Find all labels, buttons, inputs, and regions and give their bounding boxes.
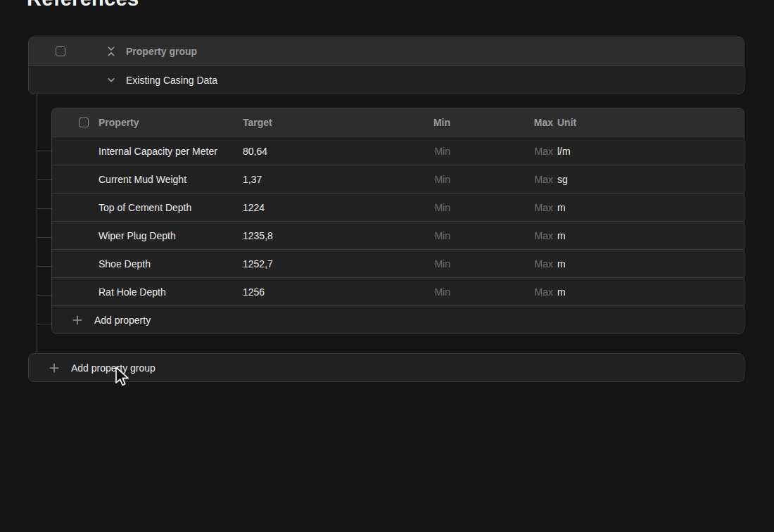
unit-value[interactable]: l/m (557, 146, 571, 157)
unit-value[interactable]: m (557, 202, 566, 213)
property-group-name: Existing Casing Data (126, 75, 217, 86)
min-input[interactable]: Min (362, 286, 450, 298)
unit-value[interactable]: m (557, 286, 566, 298)
property-group-table: Property group Existing Casing Data (28, 37, 744, 94)
table-row: Top of Cement Depth 1224 Min Max m (52, 193, 744, 221)
column-header-target: Target (243, 117, 272, 128)
column-header-unit: Unit (557, 117, 576, 128)
target-value[interactable]: 80,64 (243, 146, 267, 157)
unfold-less-icon[interactable] (106, 46, 117, 57)
properties-table: Property Target Min Max Unit Internal Ca… (51, 108, 744, 334)
target-value[interactable]: 1235,8 (243, 230, 273, 241)
select-all-groups-checkbox[interactable] (56, 46, 65, 56)
table-row: Current Mud Weight 1,37 Min Max sg (52, 165, 744, 193)
min-input[interactable]: Min (362, 146, 450, 157)
unit-value[interactable]: m (557, 230, 566, 241)
tree-connector-tick (37, 208, 51, 209)
min-input[interactable]: Min (362, 258, 450, 270)
unit-value[interactable]: sg (557, 174, 568, 185)
page-title: References (27, 0, 139, 11)
max-input[interactable]: Max (467, 174, 553, 185)
property-name: Shoe Depth (99, 258, 151, 270)
table-row: Shoe Depth 1252,7 Min Max m (52, 249, 744, 277)
column-header-min: Min (362, 117, 450, 128)
property-name: Internal Capacity per Meter (99, 146, 217, 157)
property-name: Current Mud Weight (99, 174, 186, 185)
tree-connector-tick (37, 324, 51, 324)
unit-value[interactable]: m (557, 258, 566, 270)
max-input[interactable]: Max (467, 258, 553, 270)
min-input[interactable]: Min (362, 174, 450, 185)
target-value[interactable]: 1252,7 (243, 258, 273, 270)
select-all-properties-checkbox[interactable] (79, 118, 89, 127)
add-property-label: Add property (94, 315, 151, 326)
table-row: Wiper Plug Depth 1235,8 Min Max m (52, 221, 744, 249)
property-group-header-row: Property group (29, 37, 744, 65)
chevron-down-icon[interactable] (106, 75, 117, 86)
add-property-group-button[interactable]: Add property group (28, 353, 744, 382)
tree-connector-tick (37, 237, 51, 238)
tree-connector-tick (37, 266, 51, 267)
target-value[interactable]: 1224 (243, 202, 265, 213)
min-input[interactable]: Min (362, 202, 450, 213)
max-input[interactable]: Max (467, 230, 553, 241)
plus-icon (72, 315, 82, 325)
column-header-property: Property (99, 117, 139, 128)
tree-connector-tick (37, 151, 51, 151)
max-input[interactable]: Max (467, 146, 553, 157)
property-name: Wiper Plug Depth (99, 230, 176, 241)
table-row: Rat Hole Depth 1256 Min Max m (52, 277, 744, 305)
add-property-group-label: Add property group (71, 362, 156, 374)
tree-connector-trunk (37, 94, 37, 353)
target-value[interactable]: 1256 (243, 286, 265, 298)
add-property-group-row: Add property group (29, 354, 744, 381)
target-value[interactable]: 1,37 (243, 174, 262, 185)
tree-connector-tick (37, 179, 51, 180)
table-row: Internal Capacity per Meter 80,64 Min Ma… (52, 137, 744, 165)
property-name: Rat Hole Depth (99, 286, 166, 298)
add-property-button[interactable]: Add property (52, 305, 744, 334)
max-input[interactable]: Max (467, 286, 553, 298)
column-header-max: Max (467, 117, 553, 128)
min-input[interactable]: Min (362, 230, 450, 241)
property-group-row[interactable]: Existing Casing Data (29, 65, 744, 94)
properties-header-row: Property Target Min Max Unit (52, 108, 744, 137)
tree-connector-tick (37, 295, 51, 296)
property-name: Top of Cement Depth (99, 202, 191, 213)
max-input[interactable]: Max (467, 202, 553, 213)
plus-icon (49, 363, 59, 373)
property-group-column-label: Property group (126, 46, 197, 57)
